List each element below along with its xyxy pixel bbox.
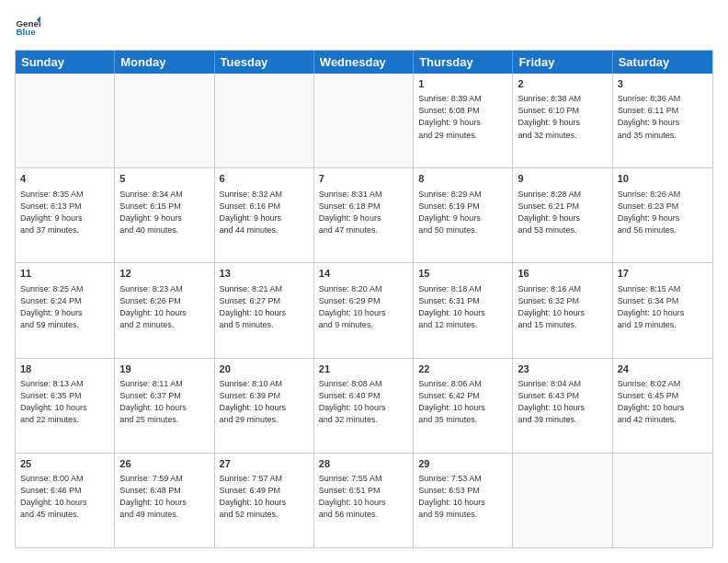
day-info: Sunrise: 8:16 AM Sunset: 6:32 PM Dayligh… <box>518 283 607 331</box>
day-info: Sunrise: 8:06 AM Sunset: 6:42 PM Dayligh… <box>418 378 507 426</box>
day-info: Sunrise: 8:28 AM Sunset: 6:21 PM Dayligh… <box>518 189 607 236</box>
calendar-cell: 20Sunrise: 8:10 AM Sunset: 6:39 PM Dayli… <box>215 359 314 453</box>
day-number: 5 <box>119 172 209 186</box>
header-day-saturday: Saturday <box>613 51 712 74</box>
day-info: Sunrise: 8:18 AM Sunset: 6:31 PM Dayligh… <box>418 283 507 331</box>
day-info: Sunrise: 8:02 AM Sunset: 6:45 PM Dayligh… <box>618 378 708 426</box>
calendar-cell: 14Sunrise: 8:20 AM Sunset: 6:29 PM Dayli… <box>314 263 414 357</box>
day-info: Sunrise: 8:10 AM Sunset: 6:39 PM Dayligh… <box>220 378 309 426</box>
day-info: Sunrise: 8:11 AM Sunset: 6:37 PM Dayligh… <box>119 378 209 426</box>
day-info: Sunrise: 7:55 AM Sunset: 6:51 PM Dayligh… <box>319 473 408 521</box>
calendar-cell: 26Sunrise: 7:59 AM Sunset: 6:48 PM Dayli… <box>115 454 214 547</box>
day-info: Sunrise: 8:25 AM Sunset: 6:24 PM Dayligh… <box>20 283 109 331</box>
calendar-cell: 13Sunrise: 8:21 AM Sunset: 6:27 PM Dayli… <box>215 263 314 357</box>
header-day-thursday: Thursday <box>414 51 513 74</box>
calendar-cell <box>16 74 115 167</box>
day-number: 8 <box>418 172 507 186</box>
calendar-cell: 9Sunrise: 8:28 AM Sunset: 6:21 PM Daylig… <box>513 168 612 262</box>
calendar-cell <box>613 454 712 547</box>
header-day-monday: Monday <box>115 51 214 74</box>
day-number: 3 <box>618 77 708 91</box>
svg-text:Blue: Blue <box>16 27 36 37</box>
calendar-cell: 16Sunrise: 8:16 AM Sunset: 6:32 PM Dayli… <box>513 263 612 357</box>
day-info: Sunrise: 7:53 AM Sunset: 6:53 PM Dayligh… <box>418 473 507 521</box>
calendar-cell: 24Sunrise: 8:02 AM Sunset: 6:45 PM Dayli… <box>613 359 712 453</box>
day-number: 17 <box>618 267 708 281</box>
day-number: 9 <box>518 172 607 186</box>
calendar-cell: 4Sunrise: 8:35 AM Sunset: 6:13 PM Daylig… <box>16 168 115 262</box>
calendar-cell: 3Sunrise: 8:36 AM Sunset: 6:11 PM Daylig… <box>613 74 712 167</box>
calendar-cell <box>115 74 214 167</box>
calendar-cell: 19Sunrise: 8:11 AM Sunset: 6:37 PM Dayli… <box>115 359 214 453</box>
day-number: 26 <box>119 457 209 471</box>
calendar-row-1: 1Sunrise: 8:39 AM Sunset: 6:08 PM Daylig… <box>16 74 712 168</box>
day-info: Sunrise: 8:32 AM Sunset: 6:16 PM Dayligh… <box>220 189 309 236</box>
header-day-tuesday: Tuesday <box>215 51 314 74</box>
calendar-row-2: 4Sunrise: 8:35 AM Sunset: 6:13 PM Daylig… <box>16 168 712 263</box>
day-number: 21 <box>319 362 408 376</box>
calendar-cell: 2Sunrise: 8:38 AM Sunset: 6:10 PM Daylig… <box>513 74 612 167</box>
day-info: Sunrise: 8:15 AM Sunset: 6:34 PM Dayligh… <box>618 283 708 331</box>
day-number: 16 <box>518 267 607 281</box>
day-number: 24 <box>618 362 708 376</box>
day-number: 4 <box>20 172 109 186</box>
calendar-cell: 1Sunrise: 8:39 AM Sunset: 6:08 PM Daylig… <box>414 74 513 167</box>
calendar-cell: 27Sunrise: 7:57 AM Sunset: 6:49 PM Dayli… <box>215 454 314 547</box>
calendar-cell: 21Sunrise: 8:08 AM Sunset: 6:40 PM Dayli… <box>314 359 414 453</box>
day-info: Sunrise: 8:36 AM Sunset: 6:11 PM Dayligh… <box>618 93 708 141</box>
calendar-cell: 10Sunrise: 8:26 AM Sunset: 6:23 PM Dayli… <box>613 168 712 262</box>
calendar-cell: 15Sunrise: 8:18 AM Sunset: 6:31 PM Dayli… <box>414 263 513 357</box>
calendar-cell: 8Sunrise: 8:29 AM Sunset: 6:19 PM Daylig… <box>414 168 513 262</box>
day-info: Sunrise: 8:34 AM Sunset: 6:15 PM Dayligh… <box>119 189 209 236</box>
day-number: 25 <box>20 457 109 471</box>
day-number: 27 <box>220 457 309 471</box>
calendar-cell: 28Sunrise: 7:55 AM Sunset: 6:51 PM Dayli… <box>314 454 414 547</box>
day-info: Sunrise: 8:23 AM Sunset: 6:26 PM Dayligh… <box>119 283 209 331</box>
day-number: 2 <box>518 77 607 91</box>
day-info: Sunrise: 8:26 AM Sunset: 6:23 PM Dayligh… <box>618 189 708 236</box>
day-number: 6 <box>220 172 309 186</box>
calendar-cell: 22Sunrise: 8:06 AM Sunset: 6:42 PM Dayli… <box>414 359 513 453</box>
day-info: Sunrise: 8:29 AM Sunset: 6:19 PM Dayligh… <box>418 189 507 236</box>
calendar-row-5: 25Sunrise: 8:00 AM Sunset: 6:46 PM Dayli… <box>16 454 712 547</box>
day-number: 23 <box>518 362 607 376</box>
page-header: General Blue <box>15 15 713 40</box>
header-day-friday: Friday <box>513 51 612 74</box>
calendar-row-3: 11Sunrise: 8:25 AM Sunset: 6:24 PM Dayli… <box>16 263 712 358</box>
day-info: Sunrise: 8:21 AM Sunset: 6:27 PM Dayligh… <box>220 283 309 331</box>
day-number: 10 <box>618 172 708 186</box>
day-info: Sunrise: 8:38 AM Sunset: 6:10 PM Dayligh… <box>518 93 607 141</box>
calendar-cell <box>215 74 314 167</box>
day-info: Sunrise: 7:59 AM Sunset: 6:48 PM Dayligh… <box>119 473 209 521</box>
header-day-wednesday: Wednesday <box>314 51 414 74</box>
calendar-cell: 5Sunrise: 8:34 AM Sunset: 6:15 PM Daylig… <box>115 168 214 262</box>
day-info: Sunrise: 8:00 AM Sunset: 6:46 PM Dayligh… <box>20 473 109 521</box>
calendar-header: SundayMondayTuesdayWednesdayThursdayFrid… <box>16 51 712 74</box>
day-info: Sunrise: 8:08 AM Sunset: 6:40 PM Dayligh… <box>319 378 408 426</box>
calendar-cell: 25Sunrise: 8:00 AM Sunset: 6:46 PM Dayli… <box>16 454 115 547</box>
calendar-row-4: 18Sunrise: 8:13 AM Sunset: 6:35 PM Dayli… <box>16 359 712 454</box>
calendar-cell: 11Sunrise: 8:25 AM Sunset: 6:24 PM Dayli… <box>16 263 115 357</box>
day-number: 22 <box>418 362 507 376</box>
day-number: 29 <box>418 457 507 471</box>
day-number: 19 <box>119 362 209 376</box>
day-number: 14 <box>319 267 408 281</box>
calendar-cell: 18Sunrise: 8:13 AM Sunset: 6:35 PM Dayli… <box>16 359 115 453</box>
calendar-cell <box>513 454 612 547</box>
day-number: 18 <box>20 362 109 376</box>
calendar-cell: 6Sunrise: 8:32 AM Sunset: 6:16 PM Daylig… <box>215 168 314 262</box>
calendar-cell <box>314 74 414 167</box>
day-info: Sunrise: 8:39 AM Sunset: 6:08 PM Dayligh… <box>418 93 507 141</box>
day-number: 20 <box>220 362 309 376</box>
logo-icon: General Blue <box>15 15 40 40</box>
day-number: 7 <box>319 172 408 186</box>
calendar-body: 1Sunrise: 8:39 AM Sunset: 6:08 PM Daylig… <box>16 74 712 547</box>
day-info: Sunrise: 8:20 AM Sunset: 6:29 PM Dayligh… <box>319 283 408 331</box>
day-info: Sunrise: 8:31 AM Sunset: 6:18 PM Dayligh… <box>319 189 408 236</box>
calendar-cell: 23Sunrise: 8:04 AM Sunset: 6:43 PM Dayli… <box>513 359 612 453</box>
day-number: 11 <box>20 267 109 281</box>
logo: General Blue <box>15 15 40 40</box>
calendar-cell: 7Sunrise: 8:31 AM Sunset: 6:18 PM Daylig… <box>314 168 414 262</box>
day-number: 1 <box>418 77 507 91</box>
day-number: 15 <box>418 267 507 281</box>
